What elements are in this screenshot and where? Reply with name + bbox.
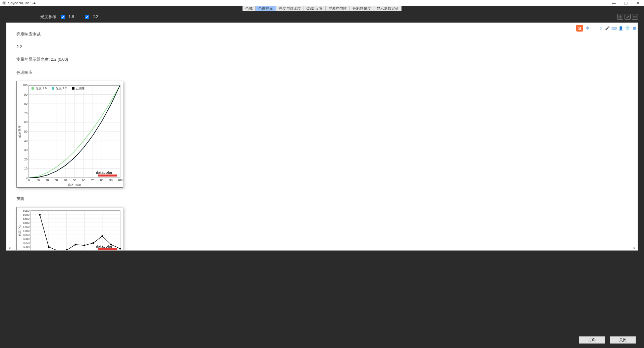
zoom-in-icon[interactable]: ➕ bbox=[617, 14, 623, 20]
svg-text:输入 RGB: 输入 RGB bbox=[68, 183, 81, 187]
ime-item-5[interactable]: 👤 bbox=[618, 25, 624, 31]
svg-text:10: 10 bbox=[24, 167, 28, 170]
measured-label: 测量的显示器光度: bbox=[16, 57, 50, 62]
ime-item-7[interactable]: ⊞ bbox=[631, 25, 637, 31]
ime-toolbar: S 中⁞☺🎤⌨👤👕⊞ bbox=[576, 24, 638, 32]
scroll-left-icon[interactable]: ◄ bbox=[8, 246, 11, 250]
svg-text:6800: 6800 bbox=[23, 221, 30, 225]
zoom-fit-icon[interactable]: ⤢ bbox=[625, 14, 631, 20]
svg-text:80: 80 bbox=[100, 179, 104, 182]
svg-text:40: 40 bbox=[64, 179, 67, 182]
svg-point-91 bbox=[48, 246, 50, 248]
svg-point-95 bbox=[84, 245, 85, 246]
gamma-ref-label: 光度参考: bbox=[40, 14, 57, 20]
tab-1[interactable]: 色调响应 bbox=[256, 6, 276, 11]
window-title: SpyderXElite 5.4 bbox=[8, 1, 36, 5]
svg-text:60: 60 bbox=[24, 120, 28, 124]
svg-text:80: 80 bbox=[24, 102, 28, 105]
ime-item-6[interactable]: 👕 bbox=[625, 25, 631, 31]
maximize-button[interactable]: ▢ bbox=[620, 0, 632, 6]
svg-text:30: 30 bbox=[24, 148, 28, 152]
ime-item-0[interactable]: 中 bbox=[584, 25, 590, 31]
svg-point-94 bbox=[74, 244, 76, 245]
svg-text:已测量: 已测量 bbox=[76, 87, 85, 90]
svg-point-99 bbox=[119, 248, 121, 249]
svg-text:100: 100 bbox=[22, 84, 28, 87]
svg-text:6950: 6950 bbox=[23, 209, 30, 212]
svg-text:20: 20 bbox=[45, 179, 49, 182]
tab-bar: 色域色调响应亮度与对比度OSD 设置屏幕均匀性色彩精确度显示器额定值 bbox=[0, 6, 644, 11]
svg-text:30: 30 bbox=[55, 179, 58, 182]
svg-text:datacolor: datacolor bbox=[96, 170, 113, 175]
close-button[interactable]: 关闭 bbox=[610, 336, 636, 344]
svg-rect-103 bbox=[98, 248, 117, 250]
toolbar: 光度参考: 1.8 2.2 ➕ ⤢ ➖ bbox=[0, 11, 644, 22]
gamma-1-8-label: 1.8 bbox=[68, 14, 74, 19]
svg-text:6450: 6450 bbox=[23, 249, 30, 251]
gamma-2-2-checkbox[interactable] bbox=[85, 15, 89, 19]
chart-grayscale: 0204060801006450650065506600665067006750… bbox=[16, 207, 123, 251]
tab-2[interactable]: 亮度与对比度 bbox=[276, 6, 304, 11]
svg-text:20: 20 bbox=[24, 158, 28, 161]
svg-rect-47 bbox=[52, 87, 54, 90]
gamma-2-2-label: 2.2 bbox=[93, 14, 98, 19]
svg-point-92 bbox=[57, 250, 58, 251]
app-icon: S bbox=[2, 1, 6, 5]
svg-text:输出亮度: 输出亮度 bbox=[18, 126, 21, 138]
svg-text:90: 90 bbox=[109, 179, 113, 182]
gamma-value: 2.2 bbox=[16, 45, 628, 49]
close-window-button[interactable]: ✕ bbox=[632, 0, 644, 6]
scroll-right-icon[interactable]: ► bbox=[633, 246, 636, 250]
svg-text:100: 100 bbox=[117, 179, 122, 182]
svg-text:6550: 6550 bbox=[23, 241, 30, 245]
measured-value: 2.2 (0.00) bbox=[51, 57, 68, 62]
svg-text:50: 50 bbox=[73, 179, 76, 182]
svg-text:0: 0 bbox=[28, 179, 30, 182]
tab-4[interactable]: 屏幕均匀性 bbox=[326, 6, 350, 11]
gamma-1-8-checkbox[interactable] bbox=[61, 15, 65, 19]
svg-rect-49 bbox=[72, 87, 74, 90]
page-heading: 亮度响应测试 bbox=[16, 32, 628, 37]
ime-item-3[interactable]: 🎤 bbox=[604, 25, 610, 31]
tab-6[interactable]: 显示器额定值 bbox=[374, 6, 401, 11]
chart2-title: 灰阶 bbox=[16, 196, 628, 202]
svg-text:6750: 6750 bbox=[23, 225, 30, 229]
minimize-button[interactable]: — bbox=[608, 0, 620, 6]
svg-point-96 bbox=[93, 242, 94, 244]
svg-text:光度 2.2: 光度 2.2 bbox=[56, 87, 67, 90]
tab-3[interactable]: OSD 设置 bbox=[304, 6, 326, 11]
svg-text:10: 10 bbox=[36, 179, 40, 182]
svg-text:6900: 6900 bbox=[23, 213, 30, 216]
svg-text:色温 (K): 色温 (K) bbox=[18, 226, 21, 237]
ime-item-4[interactable]: ⌨ bbox=[611, 25, 617, 31]
print-button[interactable]: 打印 bbox=[579, 336, 605, 344]
svg-text:70: 70 bbox=[24, 111, 28, 115]
svg-text:60: 60 bbox=[82, 179, 85, 182]
svg-text:70: 70 bbox=[91, 179, 94, 182]
svg-text:6600: 6600 bbox=[23, 237, 30, 241]
svg-text:6700: 6700 bbox=[23, 229, 30, 233]
svg-point-90 bbox=[39, 214, 41, 215]
svg-text:0: 0 bbox=[26, 176, 28, 180]
svg-text:90: 90 bbox=[24, 93, 28, 96]
ime-item-2[interactable]: ☺ bbox=[598, 25, 604, 31]
titlebar: S SpyderXElite 5.4 — ▢ ✕ bbox=[0, 0, 644, 6]
svg-text:40: 40 bbox=[24, 139, 28, 143]
svg-point-97 bbox=[101, 235, 103, 237]
tab-5[interactable]: 色彩精确度 bbox=[350, 6, 374, 11]
ime-item-1[interactable]: ⁞ bbox=[591, 25, 597, 31]
svg-text:datacolor: datacolor bbox=[96, 244, 113, 248]
chart-tone-response: 0102030405060708090100010203040506070809… bbox=[16, 81, 123, 188]
svg-rect-54 bbox=[98, 175, 117, 177]
chart1-title: 色调响应 bbox=[16, 70, 628, 76]
zoom-out-icon[interactable]: ➖ bbox=[632, 14, 638, 20]
svg-point-93 bbox=[66, 249, 67, 251]
footer-bar: 打印 关闭 bbox=[0, 332, 644, 348]
sogou-icon[interactable]: S bbox=[576, 25, 583, 32]
svg-text:6850: 6850 bbox=[23, 217, 30, 220]
svg-text:50: 50 bbox=[24, 130, 28, 133]
content-area: 亮度响应测试 2.2 测量的显示器光度: 2.2 (0.00) 色调响应 010… bbox=[6, 22, 638, 251]
svg-text:6500: 6500 bbox=[23, 245, 30, 249]
tab-0[interactable]: 色域 bbox=[243, 6, 256, 11]
svg-rect-45 bbox=[32, 87, 34, 90]
